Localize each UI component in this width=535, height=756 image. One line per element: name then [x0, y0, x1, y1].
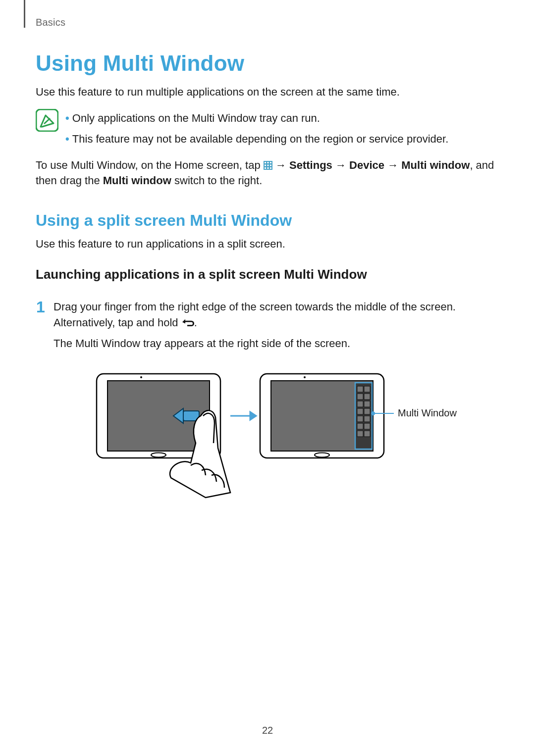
illustration: Multi Window tray — [36, 369, 499, 503]
svg-rect-26 — [364, 386, 370, 392]
svg-rect-38 — [364, 431, 370, 437]
svg-rect-33 — [357, 416, 363, 422]
arrow: → — [387, 159, 401, 171]
step-number: 1 — [36, 299, 46, 315]
path-settings: Settings — [289, 159, 332, 171]
arrow: → — [275, 159, 289, 171]
svg-rect-7 — [267, 165, 268, 166]
svg-rect-37 — [357, 431, 363, 437]
step-line2: The Multi Window tray appears at the rig… — [54, 336, 499, 352]
svg-rect-27 — [357, 394, 363, 400]
svg-rect-36 — [364, 423, 370, 429]
svg-point-14 — [140, 376, 142, 378]
svg-rect-6 — [265, 165, 266, 166]
svg-rect-5 — [270, 162, 271, 163]
note-list: Only applications on the Multi Window tr… — [65, 108, 448, 150]
svg-rect-35 — [357, 423, 363, 429]
svg-rect-31 — [357, 408, 363, 414]
step-body: Drag your finger from the right edge of … — [54, 299, 499, 356]
instruction-pre: To use Multi Window, on the Home screen,… — [36, 159, 264, 171]
svg-rect-29 — [357, 401, 363, 407]
page-number: 22 — [0, 725, 535, 736]
illustration-svg: Multi Window tray — [77, 369, 458, 503]
step-row: 1 Drag your finger from the right edge o… — [36, 299, 499, 356]
header-section: Basics — [36, 17, 65, 28]
subtitle-desc: Use this feature to run applications in … — [36, 237, 499, 252]
back-icon — [181, 318, 194, 327]
svg-rect-30 — [364, 401, 370, 407]
svg-line-1 — [44, 118, 50, 124]
svg-rect-34 — [364, 416, 370, 422]
page: Basics Using Multi Window Use this featu… — [0, 0, 535, 756]
step-line1b: . — [194, 316, 197, 329]
path-multiwindow: Multi window — [401, 159, 470, 171]
instruction-text: To use Multi Window, on the Home screen,… — [36, 158, 499, 189]
svg-rect-9 — [265, 167, 266, 169]
bold-switch: Multi window — [103, 174, 171, 187]
content: Using Multi Window Use this feature to r… — [36, 51, 499, 503]
subtitle: Using a split screen Multi Window — [36, 211, 499, 230]
callout-label: Multi Window tray — [398, 407, 458, 418]
svg-marker-19 — [250, 412, 256, 420]
svg-rect-4 — [267, 162, 268, 163]
note-item: Only applications on the Multi Window tr… — [65, 108, 448, 129]
tablet-after-icon — [260, 374, 384, 458]
svg-rect-11 — [270, 167, 271, 169]
svg-rect-8 — [270, 165, 271, 166]
note-item: This feature may not be available depend… — [65, 129, 448, 150]
note-icon — [36, 109, 58, 132]
intro-text: Use this feature to run multiple applica… — [36, 85, 499, 100]
step-line1a: Drag your finger from the right edge of … — [54, 301, 456, 329]
instruction-post2: switch to the right. — [171, 174, 262, 187]
svg-rect-3 — [265, 162, 266, 163]
svg-rect-25 — [357, 386, 363, 392]
header-rule-icon — [24, 0, 25, 28]
transition-arrow-icon — [230, 412, 256, 420]
note-block: Only applications on the Multi Window tr… — [36, 108, 499, 150]
tray-icon — [355, 383, 372, 449]
svg-rect-32 — [364, 408, 370, 414]
svg-rect-10 — [267, 167, 268, 169]
svg-point-22 — [304, 376, 306, 378]
subsub-title: Launching applications in a split screen… — [36, 267, 499, 282]
page-title: Using Multi Window — [36, 51, 499, 76]
svg-rect-28 — [364, 394, 370, 400]
apps-grid-icon — [264, 161, 272, 170]
arrow: → — [335, 159, 349, 171]
path-device: Device — [349, 159, 384, 171]
